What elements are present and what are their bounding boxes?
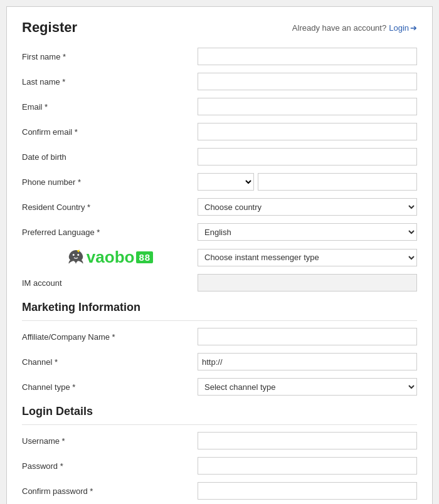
- dob-row: Date of birth: [22, 147, 417, 166]
- header-row: Register Already have an account? Login …: [22, 19, 417, 36]
- password-input[interactable]: [198, 457, 417, 475]
- page-title: Register: [22, 19, 77, 36]
- im-account-row: IM account: [22, 273, 417, 292]
- resident-country-label: Resident Country *: [22, 202, 198, 212]
- email-input[interactable]: [198, 98, 417, 115]
- first-name-input[interactable]: [198, 48, 417, 65]
- confirm-password-input[interactable]: [198, 482, 417, 500]
- confirm-email-label: Confirm email *: [22, 127, 198, 137]
- confirm-password-label: Confirm password *: [22, 486, 198, 496]
- logo-text: vaobo88: [87, 248, 153, 267]
- channel-type-row: Channel type * Select channel type: [22, 377, 417, 396]
- marketing-section-title: Marketing Information: [22, 301, 417, 314]
- phone-number-input[interactable]: [258, 173, 417, 191]
- username-label: Username *: [22, 436, 198, 446]
- phone-label: Phone number *: [22, 177, 198, 187]
- preferred-language-select[interactable]: English: [198, 223, 417, 241]
- preferred-im-select[interactable]: Choose instant messenger type: [198, 249, 417, 266]
- channel-input[interactable]: [198, 353, 417, 370]
- dob-input[interactable]: [198, 148, 417, 165]
- marketing-divider: [22, 320, 417, 321]
- preferred-language-label: Preferred Language *: [22, 228, 198, 237]
- already-account-text: Already have an account?: [292, 23, 386, 33]
- affiliate-row: Affiliate/Company Name *: [22, 327, 417, 346]
- bird-icon: [66, 249, 85, 266]
- password-label: Password *: [22, 461, 198, 471]
- phone-input-group: [198, 173, 417, 191]
- svg-point-1: [77, 254, 79, 256]
- username-input[interactable]: [198, 432, 417, 449]
- login-arrow-icon: ➔: [410, 23, 417, 33]
- phone-code-select[interactable]: [198, 173, 254, 191]
- svg-point-0: [73, 254, 75, 256]
- confirm-email-row: Confirm email *: [22, 122, 417, 141]
- login-divider: [22, 424, 417, 425]
- last-name-input[interactable]: [198, 73, 417, 90]
- im-account-label: IM account: [22, 278, 198, 288]
- username-row: Username *: [22, 431, 417, 450]
- password-row: Password *: [22, 456, 417, 475]
- channel-label: Channel *: [22, 357, 198, 367]
- confirm-password-row: Confirm password *: [22, 481, 417, 500]
- preferred-im-row: vaobo88 Choose instant messenger type: [22, 248, 417, 267]
- resident-country-row: Resident Country * Choose country: [22, 197, 417, 216]
- phone-row: Phone number *: [22, 172, 417, 191]
- login-link[interactable]: Login ➔: [389, 23, 417, 33]
- dob-label: Date of birth: [22, 152, 198, 162]
- resident-country-select[interactable]: Choose country: [198, 198, 417, 216]
- last-name-label: Last name *: [22, 77, 198, 87]
- first-name-label: First name *: [22, 52, 198, 61]
- email-row: Email *: [22, 97, 417, 116]
- email-label: Email *: [22, 102, 198, 112]
- first-name-row: First name *: [22, 47, 417, 66]
- affiliate-label: Affiliate/Company Name *: [22, 332, 198, 342]
- last-name-row: Last name *: [22, 72, 417, 91]
- logo-area: vaobo88: [22, 248, 198, 267]
- preferred-language-row: Preferred Language * English: [22, 223, 417, 241]
- confirm-email-input[interactable]: [198, 123, 417, 140]
- channel-type-select[interactable]: Select channel type: [198, 378, 417, 396]
- login-prompt-area: Already have an account? Login ➔: [292, 23, 417, 33]
- channel-row: Channel *: [22, 352, 417, 371]
- login-section-title: Login Details: [22, 405, 417, 418]
- register-page: Register Already have an account? Login …: [6, 6, 433, 504]
- im-account-input[interactable]: [198, 274, 417, 291]
- channel-type-label: Channel type *: [22, 382, 198, 392]
- affiliate-input[interactable]: [198, 328, 417, 345]
